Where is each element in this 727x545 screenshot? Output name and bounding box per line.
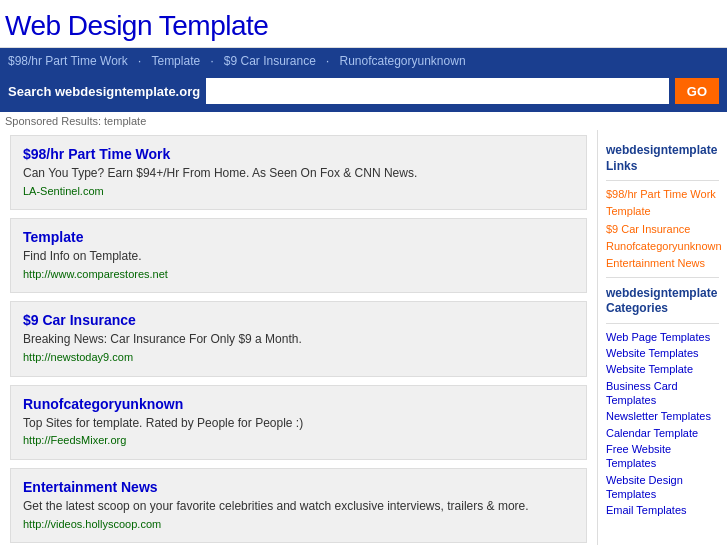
result-desc-3: Top Sites for template. Rated by People … bbox=[23, 415, 574, 432]
sidebar-link-4[interactable]: Entertainment News bbox=[606, 256, 719, 270]
result-source-0: LA-Sentinel.com bbox=[23, 184, 574, 199]
result-desc-0: Can You Type? Earn $94+/Hr From Home. As… bbox=[23, 165, 574, 182]
sidebar-cat-4[interactable]: Newsletter Templates bbox=[606, 409, 719, 423]
sidebar-cat-8[interactable]: Email Templates bbox=[606, 503, 719, 517]
search-bar: Search webdesigntemplate.org GO bbox=[0, 73, 727, 112]
content-area: $98/hr Part Time Work Can You Type? Earn… bbox=[0, 130, 597, 545]
sidebar-categories-title: webdesigntemplate Categories bbox=[606, 286, 719, 317]
sidebar-cat-3[interactable]: Business Card Templates bbox=[606, 379, 719, 408]
sidebar: webdesigntemplate Links $98/hr Part Time… bbox=[597, 130, 727, 545]
sidebar-divider-3 bbox=[606, 323, 719, 324]
sidebar-cat-5[interactable]: Calendar Template bbox=[606, 426, 719, 440]
sidebar-link-0[interactable]: $98/hr Part Time Work bbox=[606, 187, 719, 201]
page-title: Web Design Template bbox=[5, 10, 722, 42]
sidebar-divider-2 bbox=[606, 277, 719, 278]
header: Web Design Template bbox=[0, 0, 727, 48]
search-input[interactable] bbox=[206, 78, 669, 104]
result-desc-2: Breaking News: Car Insurance For Only $9… bbox=[23, 331, 574, 348]
search-label: Search webdesigntemplate.org bbox=[8, 84, 200, 99]
result-source-2: http://newstoday9.com bbox=[23, 350, 574, 365]
search-button[interactable]: GO bbox=[675, 78, 719, 104]
main-layout: $98/hr Part Time Work Can You Type? Earn… bbox=[0, 130, 727, 545]
sidebar-cat-0[interactable]: Web Page Templates bbox=[606, 330, 719, 344]
result-source-1: http://www.comparestores.net bbox=[23, 267, 574, 282]
result-item: $9 Car Insurance Breaking News: Car Insu… bbox=[10, 301, 587, 376]
result-title-2[interactable]: $9 Car Insurance bbox=[23, 312, 136, 328]
nav-link-1[interactable]: Template bbox=[151, 54, 200, 68]
nav-bar: $98/hr Part Time Work · Template · $9 Ca… bbox=[0, 48, 727, 73]
nav-link-0[interactable]: $98/hr Part Time Work bbox=[8, 54, 128, 68]
sidebar-link-3[interactable]: Runofcategoryunknown bbox=[606, 239, 719, 253]
sidebar-link-1[interactable]: Template bbox=[606, 204, 719, 218]
result-item: $98/hr Part Time Work Can You Type? Earn… bbox=[10, 135, 587, 210]
nav-sep-0: · bbox=[138, 53, 142, 68]
result-desc-1: Find Info on Template. bbox=[23, 248, 574, 265]
result-item: Runofcategoryunknown Top Sites for templ… bbox=[10, 385, 587, 460]
result-source-4: http://videos.hollyscoop.com bbox=[23, 517, 574, 532]
sidebar-cat-1[interactable]: Website Templates bbox=[606, 346, 719, 360]
result-item: Template Find Info on Template. http://w… bbox=[10, 218, 587, 293]
nav-link-3[interactable]: Runofcategoryunknown bbox=[339, 54, 465, 68]
result-title-1[interactable]: Template bbox=[23, 229, 83, 245]
sidebar-cat-2[interactable]: Website Template bbox=[606, 362, 719, 376]
sidebar-divider-1 bbox=[606, 180, 719, 181]
sidebar-link-2[interactable]: $9 Car Insurance bbox=[606, 222, 719, 236]
result-title-3[interactable]: Runofcategoryunknown bbox=[23, 396, 183, 412]
result-item: Entertainment News Get the latest scoop … bbox=[10, 468, 587, 543]
sidebar-links-title: webdesigntemplate Links bbox=[606, 143, 719, 174]
result-source-3: http://FeedsMixer.org bbox=[23, 433, 574, 448]
nav-link-2[interactable]: $9 Car Insurance bbox=[224, 54, 316, 68]
result-title-4[interactable]: Entertainment News bbox=[23, 479, 158, 495]
result-title-0[interactable]: $98/hr Part Time Work bbox=[23, 146, 170, 162]
sponsored-label: Sponsored Results: template bbox=[0, 112, 727, 130]
sidebar-cat-6[interactable]: Free Website Templates bbox=[606, 442, 719, 471]
nav-sep-2: · bbox=[326, 53, 330, 68]
result-desc-4: Get the latest scoop on your favorite ce… bbox=[23, 498, 574, 515]
sidebar-cat-7[interactable]: Website Design Templates bbox=[606, 473, 719, 502]
nav-sep-1: · bbox=[210, 53, 214, 68]
